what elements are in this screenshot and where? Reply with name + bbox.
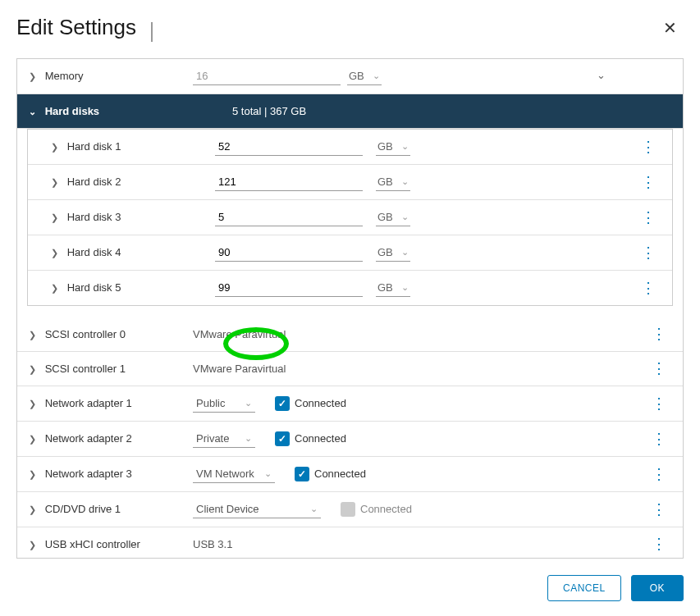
network-2-connected-wrap: ✓ Connected: [275, 431, 346, 446]
network-3-content: VM Network ⌄ ✓ Connected: [193, 465, 647, 483]
chevron-right-icon[interactable]: ❯: [29, 330, 37, 340]
network-2-connected-checkbox[interactable]: ✓: [275, 431, 290, 446]
chevron-right-icon[interactable]: ❯: [29, 434, 37, 445]
chevron-down-icon: ⌄: [401, 282, 409, 293]
network-2-select[interactable]: Private ⌄: [193, 430, 255, 448]
chevron-right-icon[interactable]: ❯: [29, 71, 37, 82]
network-3-connected-label: Connected: [314, 468, 366, 480]
memory-unit-label: GB: [349, 70, 364, 82]
cddvd-actions-button[interactable]: ⋮: [652, 502, 666, 517]
close-button[interactable]: ✕: [660, 15, 680, 41]
hard-disk-2-unit: GB: [377, 176, 393, 188]
chevron-right-icon[interactable]: ❯: [29, 469, 37, 480]
chevron-right-icon[interactable]: ❯: [29, 364, 37, 375]
network-1-connected-wrap: ✓ Connected: [275, 396, 346, 411]
network-2-label: Network adapter 2: [45, 432, 132, 445]
scsi-0-value: VMware Paravirtual: [193, 328, 286, 340]
chevron-right-icon[interactable]: ❯: [51, 177, 59, 188]
cddvd-select[interactable]: Client Device ⌄: [193, 500, 321, 518]
hard-disk-5-actions-button[interactable]: ⋮: [641, 281, 656, 295]
scsi-1-actions-button[interactable]: ⋮: [652, 361, 666, 376]
hard-disk-1-size-input[interactable]: [215, 138, 363, 156]
chevron-down-icon[interactable]: ⌄: [597, 69, 606, 81]
chevron-right-icon[interactable]: ❯: [51, 142, 59, 153]
cancel-button[interactable]: CANCEL: [547, 575, 621, 601]
chevron-right-icon[interactable]: ❯: [29, 399, 37, 409]
hard-disk-5-size-input[interactable]: [215, 279, 363, 297]
chevron-right-icon[interactable]: ❯: [51, 248, 59, 258]
hard-disk-3-unit: GB: [377, 211, 393, 223]
network-2-content: Private ⌄ ✓ Connected: [193, 430, 647, 448]
hard-disk-4-content: GB ⌄: [215, 244, 636, 262]
hard-disk-1-unit-select[interactable]: GB ⌄: [376, 138, 410, 156]
hard-disks-label: Hard disks: [45, 105, 99, 117]
network-1-connected-checkbox[interactable]: ✓: [275, 396, 290, 411]
hard-disk-3-content: GB ⌄: [215, 208, 636, 226]
network-2-row: ❯ Network adapter 2 Private ⌄ ✓ Connecte…: [17, 422, 683, 457]
network-1-actions-button[interactable]: ⋮: [652, 396, 666, 411]
network-2-connected-label: Connected: [295, 432, 346, 445]
ok-button[interactable]: OK: [631, 575, 684, 601]
hard-disk-5-label: Hard disk 5: [67, 281, 121, 294]
network-3-actions-button[interactable]: ⋮: [652, 467, 666, 481]
hard-disk-5-unit: GB: [377, 281, 393, 294]
network-2-actions-button[interactable]: ⋮: [652, 431, 666, 446]
hard-disk-3-unit-select[interactable]: GB ⌄: [376, 208, 410, 226]
network-1-content: Public ⌄ ✓ Connected: [193, 395, 647, 413]
hard-disk-4-size-input[interactable]: [215, 244, 363, 262]
network-3-connected-wrap: ✓ Connected: [295, 467, 366, 481]
scsi-1-label-wrap: ❯ SCSI controller 1: [29, 363, 193, 375]
memory-label-wrap: ❯ Memory: [29, 70, 193, 82]
hard-disk-2-actions-button[interactable]: ⋮: [641, 175, 656, 189]
network-1-label-wrap: ❯ Network adapter 1: [29, 397, 193, 409]
hard-disk-5-unit-select[interactable]: GB ⌄: [376, 279, 410, 297]
dialog-title: Edit Settings: [16, 15, 136, 39]
memory-input[interactable]: [193, 67, 341, 85]
hard-disk-1-label-wrap: ❯ Hard disk 1: [51, 140, 215, 153]
hard-disk-4-unit-select[interactable]: GB ⌄: [376, 244, 410, 262]
hard-disk-3-actions-button[interactable]: ⋮: [641, 210, 656, 225]
hard-disk-3-size-input[interactable]: [215, 208, 363, 226]
network-3-option: VM Network: [196, 468, 254, 480]
cddvd-connected-checkbox[interactable]: [341, 502, 355, 517]
memory-content: ⌄ GB ⌄: [193, 67, 647, 85]
hard-disk-4-unit: GB: [377, 246, 393, 258]
usb-label: USB xHCI controller: [45, 538, 140, 550]
network-1-select[interactable]: Public ⌄: [193, 395, 255, 413]
dialog-footer: CANCEL OK: [0, 560, 700, 616]
network-3-select[interactable]: VM Network ⌄: [193, 465, 275, 483]
cddvd-row: ❯ CD/DVD drive 1 Client Device ⌄ Connect…: [17, 492, 683, 527]
settings-content: ❯ Memory ⌄ GB ⌄ ⌄ Hard disks 5 total | 3…: [16, 58, 684, 559]
usb-actions-button[interactable]: ⋮: [652, 536, 666, 551]
hard-disk-5-content: GB ⌄: [215, 279, 636, 297]
hard-disk-2-size-input[interactable]: [215, 173, 363, 191]
hard-disk-2-unit-select[interactable]: GB ⌄: [376, 173, 410, 191]
hard-disk-3-label-wrap: ❯ Hard disk 3: [51, 211, 215, 223]
memory-unit-select[interactable]: GB ⌄: [347, 67, 382, 85]
title-divider: [151, 22, 153, 42]
chevron-right-icon[interactable]: ❯: [51, 283, 59, 294]
scsi-1-label: SCSI controller 1: [45, 363, 126, 375]
chevron-right-icon[interactable]: ❯: [29, 540, 37, 550]
hard-disk-4-label-wrap: ❯ Hard disk 4: [51, 246, 215, 258]
hard-disks-header-row[interactable]: ⌄ Hard disks 5 total | 367 GB: [17, 94, 683, 129]
hard-disk-5-row: ❯ Hard disk 5 GB ⌄ ⋮: [28, 271, 672, 305]
usb-label-wrap: ❯ USB xHCI controller: [29, 538, 193, 550]
hard-disks-label-wrap: ⌄ Hard disks: [29, 105, 193, 117]
hard-disk-1-actions-button[interactable]: ⋮: [641, 139, 656, 154]
scsi-0-actions-button[interactable]: ⋮: [652, 326, 666, 341]
hard-disk-4-actions-button[interactable]: ⋮: [641, 245, 656, 260]
hard-disk-2-label: Hard disk 2: [67, 176, 121, 188]
memory-row: ❯ Memory ⌄ GB ⌄: [17, 59, 683, 94]
chevron-right-icon[interactable]: ❯: [51, 212, 59, 223]
chevron-down-icon: ⌄: [245, 398, 252, 408]
chevron-down-icon: ⌄: [264, 468, 272, 479]
chevron-down-icon: ⌄: [401, 247, 409, 258]
network-3-connected-checkbox[interactable]: ✓: [295, 467, 309, 481]
scsi-0-label: SCSI controller 0: [45, 328, 126, 340]
chevron-right-icon[interactable]: ❯: [29, 504, 37, 515]
hard-disks-group: ❯ Hard disk 1 GB ⌄ ⋮ ❯ Hard disk 2: [27, 129, 673, 306]
close-icon: ✕: [663, 19, 677, 37]
chevron-down-icon: ⌄: [245, 433, 252, 444]
scroll-area[interactable]: ❯ Memory ⌄ GB ⌄ ⌄ Hard disks 5 total | 3…: [17, 59, 683, 558]
